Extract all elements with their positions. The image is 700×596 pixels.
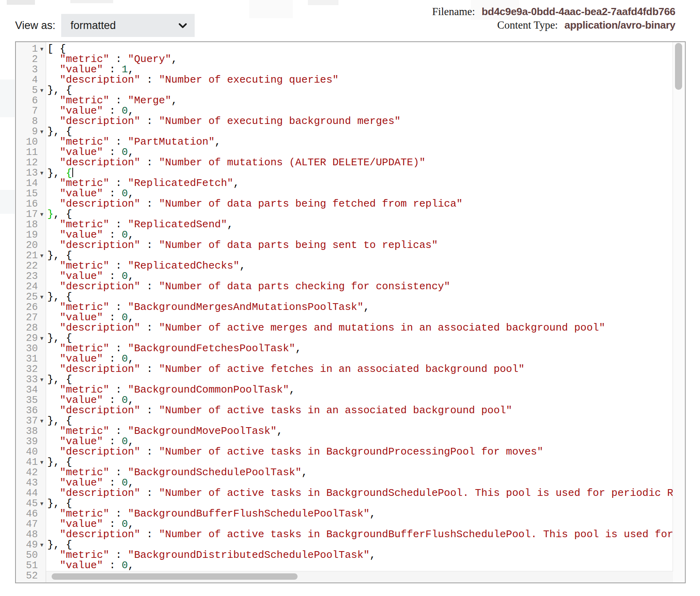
h-scrollbar-thumb[interactable]	[52, 573, 298, 580]
code-line: }, {	[47, 85, 673, 95]
line-number: 52	[16, 570, 38, 582]
json-string: "Number of data parts being sent to repl…	[159, 239, 438, 251]
fold-arrow-icon[interactable]: ▼	[38, 542, 46, 548]
fold-arrow-icon[interactable]: ▼	[38, 377, 46, 383]
json-punctuation: :	[140, 322, 159, 334]
line-number: 30	[16, 343, 38, 354]
json-punctuation: ,	[128, 559, 134, 571]
json-punctuation: ,	[364, 301, 370, 313]
json-string: "Number of active tasks in BackgroundSch…	[159, 487, 673, 499]
code-line: }, {	[47, 250, 673, 261]
v-scrollbar[interactable]	[673, 42, 685, 582]
code-line: "description" : "Number of mutations (AL…	[47, 157, 673, 168]
fold-arrow-icon[interactable]: ▼	[38, 87, 46, 93]
json-string: "PartMutation"	[128, 136, 215, 148]
json-string: "Number of executing queries"	[159, 74, 338, 86]
code-line: }, {	[47, 292, 673, 302]
line-number: 40	[16, 446, 38, 458]
code-line: "description" : "Number of data parts be…	[47, 240, 673, 250]
json-punctuation: :	[140, 281, 159, 292]
code-line: "metric" : "BackgroundDistributedSchedul…	[47, 550, 673, 560]
fold-arrow-icon[interactable]: ▼	[38, 418, 46, 424]
code-line: "value" : 0,	[47, 188, 673, 199]
json-punctuation: :	[140, 404, 159, 416]
line-number: 48	[16, 529, 38, 540]
json-editor[interactable]: 1▼2345▼6789▼10111213▼14151617▼18192021▼2…	[15, 41, 686, 583]
fold-arrow-icon[interactable]: ▼	[38, 46, 46, 52]
json-string: "BackgroundMovePoolTask"	[128, 425, 277, 437]
fold-arrow-icon[interactable]: ▼	[38, 170, 46, 176]
view-as-select[interactable]: formatted	[61, 14, 195, 37]
fold-arrow-icon[interactable]: ▼	[38, 294, 46, 300]
line-number: 50	[16, 550, 38, 561]
json-punctuation: :	[140, 487, 159, 499]
code-line: "metric" : "BackgroundCommonPoolTask",	[47, 385, 673, 395]
v-scrollbar-thumb[interactable]	[675, 43, 682, 90]
line-number: 23	[16, 271, 38, 282]
code-line: "value" : 0,	[47, 147, 673, 157]
line-number: 25	[16, 291, 38, 303]
code-line: "value" : 0,	[47, 395, 673, 405]
gutter: 1▼2345▼6789▼10111213▼14151617▼18192021▼2…	[16, 42, 46, 582]
line-number: 28	[16, 322, 38, 334]
h-scrollbar[interactable]	[46, 571, 673, 582]
line-number: 39	[16, 436, 38, 447]
json-punctuation: :	[140, 446, 159, 458]
json-punctuation: ,	[171, 53, 178, 65]
json-punctuation	[47, 559, 60, 571]
line-number: 5	[16, 85, 38, 96]
code-line: [ {	[47, 44, 673, 54]
json-string: "value"	[60, 559, 103, 571]
code-line: "metric" : "Query",	[47, 54, 673, 64]
view-as-control: View as: formatted	[15, 14, 195, 37]
chevron-down-icon	[177, 20, 188, 31]
code-line: "metric" : "ReplicatedFetch",	[47, 178, 673, 188]
bg-artifact	[0, 190, 15, 214]
json-punctuation: ,	[302, 466, 308, 478]
line-number: 38	[16, 426, 38, 437]
code-line: "metric" : "BackgroundMovePoolTask",	[47, 426, 673, 436]
code-line: "value" : 0,	[47, 230, 673, 240]
json-string: "Query"	[128, 53, 171, 65]
line-number: 13	[16, 167, 38, 179]
line-number: 31	[16, 353, 38, 365]
code-line: "value" : 0,	[47, 519, 673, 529]
code-line: "description" : "Number of active merges…	[47, 323, 673, 333]
fold-arrow-icon[interactable]: ▼	[38, 501, 46, 507]
line-number: 9	[16, 126, 38, 137]
json-punctuation: ,	[240, 260, 246, 272]
line-number: 46	[16, 508, 38, 520]
json-punctuation: :	[140, 74, 159, 86]
code-line: "value" : 0,	[47, 271, 673, 281]
fold-arrow-icon[interactable]: ▼	[38, 211, 46, 217]
bg-artifact	[70, 0, 113, 3]
line-number: 33	[16, 374, 38, 385]
line-number: 29	[16, 333, 38, 344]
line-number: 11	[16, 147, 38, 158]
json-string: "BackgroundFetchesPoolTask"	[128, 343, 295, 354]
json-string: "Number of active tasks in BackgroundPro…	[159, 446, 543, 458]
fold-arrow-icon[interactable]: ▼	[38, 335, 46, 341]
code-line: "description" : "Number of data parts ch…	[47, 281, 673, 292]
fold-arrow-icon[interactable]: ▼	[38, 129, 46, 135]
line-number: 51	[16, 560, 38, 571]
json-punctuation: :	[140, 157, 159, 168]
json-string: "Number of active tasks in BackgroundBuf…	[159, 528, 673, 540]
code-line: "description" : "Number of active tasks …	[47, 529, 673, 540]
line-number: 16	[16, 198, 38, 210]
fold-arrow-icon[interactable]: ▼	[38, 253, 46, 259]
filename-label: Filename:	[432, 6, 475, 17]
code-line: "metric" : "BackgroundMergesAndMutations…	[47, 302, 673, 312]
json-string: "Number of active merges and mutations i…	[159, 322, 605, 334]
filename-value: bd4c9e9a-0bdd-4aac-bea2-7aafd4fdb766	[481, 6, 675, 17]
line-number: 20	[16, 240, 38, 251]
message-meta: Filename: bd4c9e9a-0bdd-4aac-bea2-7aafd4…	[432, 6, 675, 33]
code-line: "description" : "Number of data parts be…	[47, 199, 673, 209]
json-string: "Number of active tasks in an associated…	[159, 404, 512, 416]
code-line: "value" : 0,	[47, 354, 673, 364]
line-number: 7	[16, 105, 38, 117]
json-punctuation: :	[140, 239, 159, 251]
fold-arrow-icon[interactable]: ▼	[38, 459, 46, 465]
line-number: 47	[16, 519, 38, 530]
code-lines[interactable]: [ { "metric" : "Query", "value" : 1, "de…	[46, 42, 673, 571]
